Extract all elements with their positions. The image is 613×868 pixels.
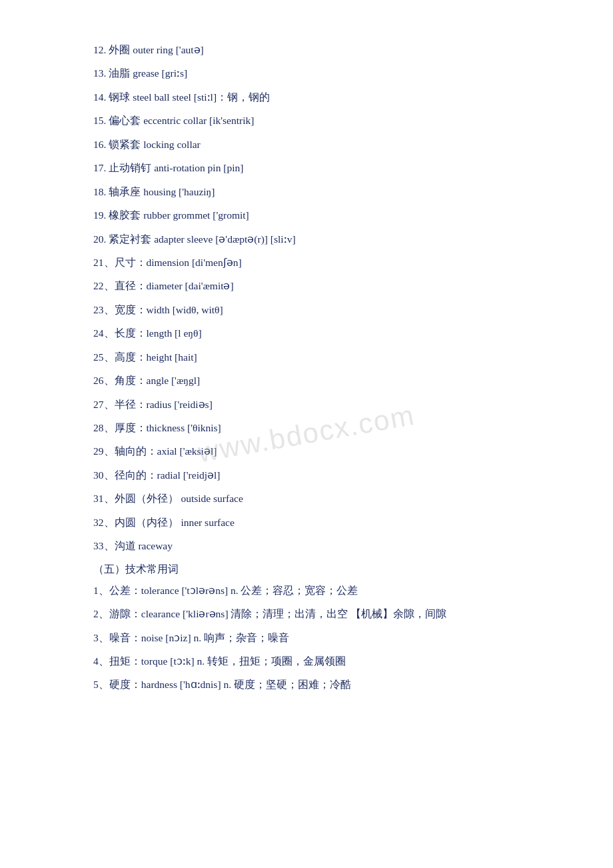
- list-item: 30、径向的：radial ['reidjəl]: [93, 465, 520, 485]
- list-item: 19. 橡胶套 rubber grommet ['gromit]: [93, 205, 520, 225]
- list-item: 21、尺寸：dimension [di'menʃən]: [93, 253, 520, 272]
- list-item: 25、高度：height [hait]: [93, 347, 520, 367]
- list-item: 29、轴向的：axial ['æksiəl]: [93, 441, 520, 461]
- list-item: 23、宽度：width [widθ, witθ]: [93, 300, 520, 319]
- list-item: 17. 止动销钉 anti-rotation pin [pin]: [93, 158, 520, 177]
- list-item: 13. 油脂 grease [griːs]: [93, 63, 520, 83]
- section-list: 1、公差：tolerance ['tɔlərəns] n. 公差；容忍；宽容；公…: [93, 581, 520, 695]
- list-item: 32、内圆（内径） inner surface: [93, 513, 520, 532]
- section-list-item: 1、公差：tolerance ['tɔlərəns] n. 公差；容忍；宽容；公…: [93, 581, 520, 600]
- section-list-item: 5、硬度：hardness ['hɑːdnis] n. 硬度；坚硬；困难；冷酷: [93, 675, 520, 694]
- list-item: 31、外圆（外径） outside surface: [93, 489, 520, 508]
- list-item: 14. 钢球 steel ball steel [stiːl]：钢，钢的: [93, 87, 520, 107]
- section-list-item: 2、游隙：clearance ['kliərəns] 清除；清理；出清，出空 【…: [93, 604, 520, 623]
- main-list: 12. 外圈 outer ring ['autə]13. 油脂 grease […: [93, 40, 520, 556]
- list-item: 26、角度：angle ['æŋgl]: [93, 371, 520, 390]
- list-item: 18. 轴承座 housing ['hauziŋ]: [93, 182, 520, 201]
- list-item: 12. 外圈 outer ring ['autə]: [93, 40, 520, 59]
- list-item: 24、长度：length [l eŋθ]: [93, 323, 520, 343]
- section-list-item: 4、扭矩：torque [tɔːk] n. 转矩，扭矩；项圈，金属领圈: [93, 651, 520, 671]
- list-item: 16. 锁紧套 locking collar: [93, 135, 520, 154]
- list-item: 28、厚度：thickness ['θiknis]: [93, 418, 520, 437]
- list-item: 33、沟道 raceway: [93, 536, 520, 555]
- list-item: 27、半径：radius ['reidiəs]: [93, 395, 520, 414]
- section-list-item: 3、噪音：noise [nɔiz] n. 响声；杂音；噪音: [93, 628, 520, 647]
- section-header: （五）技术常用词: [93, 563, 520, 577]
- list-item: 15. 偏心套 eccentric collar [ik'sentrik]: [93, 111, 520, 130]
- list-item: 22、直径：diameter [dai'æmitə]: [93, 276, 520, 295]
- list-item: 20. 紧定衬套 adapter sleeve [ə'dæptə(r)] [sl…: [93, 229, 520, 249]
